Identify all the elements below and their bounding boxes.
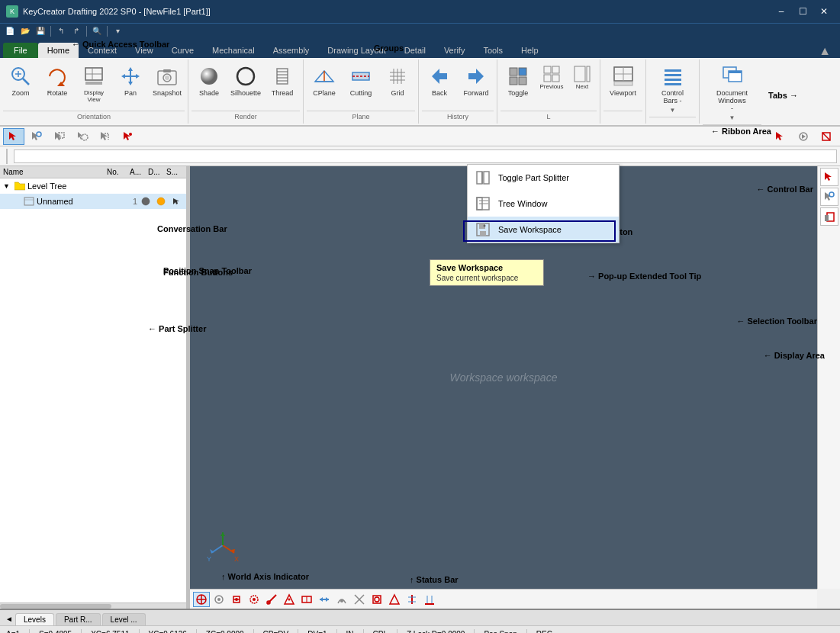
conversation-input[interactable] [14,149,837,163]
status-sep6 [298,629,298,634]
snap-btn-7[interactable] [298,592,315,607]
snap-btn-13[interactable] [404,592,420,607]
tab-tools[interactable]: Tools [474,43,512,58]
toggle-button[interactable]: Toggle [500,61,536,107]
qa-undo-button[interactable]: ↰ [54,25,68,37]
tab-mechanical[interactable]: Mechanical [203,43,264,58]
svg-rect-43 [552,75,559,82]
zoom-button[interactable]: Zoom [3,61,38,107]
tree-expand-icon[interactable]: ▼ [3,182,12,190]
snap-btn-3[interactable] [228,592,245,607]
svg-rect-44 [574,66,585,82]
dropdown-item-toggle-part-splitter[interactable]: Toggle Part Splitter [468,165,619,191]
tab-levels[interactable]: Levels [15,613,54,625]
next-button[interactable]: Next [568,63,597,92]
ctrl-rotate-select-button[interactable] [26,128,47,145]
tab-assembly[interactable]: Assembly [264,43,319,58]
sel-btn-2[interactable] [820,188,838,206]
snap-btn-9[interactable] [333,592,350,607]
qa-open-button[interactable]: 📂 [18,25,32,37]
snapshot-button[interactable]: Snapshot [150,61,185,107]
svg-marker-119 [825,215,829,221]
snap-btn-2[interactable] [211,592,227,607]
snap-btn-8[interactable] [316,592,333,607]
svg-marker-115 [825,172,832,181]
sel-btn-1[interactable] [820,168,838,186]
control-bars-button[interactable]: Control Bars - ▼ [655,61,690,117]
grid-icon [385,64,410,88]
tree-row-level-tree[interactable]: ▼ Level Tree [0,178,186,194]
scroll-thumb [0,604,111,609]
left-panel-scrollbar[interactable] [0,602,186,609]
sel-btn-3[interactable] [820,207,838,226]
tree-row-unnamed[interactable]: Unnamed 1 [0,194,186,209]
rotate-button[interactable]: Rotate [40,61,75,107]
snap-btn-14[interactable] [421,592,438,607]
svg-point-18 [237,68,254,85]
svg-point-74 [142,198,150,205]
ctrl-point-select-button[interactable] [117,128,139,145]
snap-btn-1[interactable] [193,592,210,607]
forward-button[interactable]: Forward [459,61,494,107]
minimize-button[interactable]: – [771,4,791,19]
tab-verify[interactable]: Verify [435,43,475,58]
render-buttons: Shade Silhouette Thread [191,61,300,111]
dropdown-item-tree-window[interactable]: Tree Window [468,191,619,217]
ctrl-right1-button[interactable] [770,128,791,145]
bottom-scroll-left-icon[interactable]: ◄ [3,612,15,625]
qa-new-button[interactable]: 📄 [3,25,17,37]
control-bars-icon [661,64,685,88]
tab-file[interactable]: File [3,43,38,58]
ctrl-fence-select-button[interactable] [95,128,116,145]
close-button[interactable]: ✕ [814,4,834,19]
snap-btn-12[interactable] [386,592,403,607]
tab-level[interactable]: Level ... [102,613,146,625]
history-buttons: Back Forward [422,61,494,111]
snap-btn-11[interactable] [369,592,385,607]
tab-part-r[interactable]: Part R... [56,613,101,625]
ctrl-right2-button[interactable] [793,128,814,145]
tab-help[interactable]: Help [512,43,548,58]
back-button[interactable]: Back [422,61,457,107]
qa-customize-button[interactable]: ▾ [111,25,124,37]
snap-btn-10[interactable] [351,592,368,607]
shade-button[interactable]: Shade [191,61,227,107]
cutting-button[interactable]: Cutting [343,61,378,107]
control-bars-group-label [649,117,696,128]
cplane-button[interactable]: CPlane [307,61,342,107]
qa-redo-button[interactable]: ↱ [69,25,83,37]
snap-btn-5[interactable] [263,592,280,607]
snapshot-label: Snapshot [153,90,182,98]
snap-btn-4[interactable] [246,592,262,607]
svg-line-95 [267,595,276,604]
svg-rect-129 [480,231,486,236]
tree-col-d: D... [148,168,165,176]
status-in: IN [343,630,357,633]
status-sep3 [139,629,140,634]
svg-marker-84 [220,532,225,536]
status-sep1 [29,629,30,634]
ctrl-right3-button[interactable] [816,128,837,145]
thread-button[interactable]: Thread [265,61,300,107]
ctrl-circle-select-button[interactable] [72,128,93,145]
svg-marker-34 [432,69,447,84]
annotation-display-area: ← Display Area [764,351,825,360]
zoom-icon [8,64,33,88]
control-bars-buttons: Control Bars - ▼ [655,61,690,117]
silhouette-button[interactable]: Silhouette [228,61,263,107]
maximize-button[interactable]: ☐ [793,4,813,19]
pan-button[interactable]: Pan [113,61,148,107]
document-windows-button[interactable]: Document Windows - ▼ [715,61,750,124]
qa-save-button[interactable]: 💾 [34,25,47,37]
ribbon-collapse-icon[interactable]: ▲ [819,44,837,58]
grid-button[interactable]: Grid [380,61,415,107]
previous-button[interactable]: Previous [537,63,566,92]
dropdown-item-save-workspace[interactable]: Save Workspace [468,217,619,243]
viewport-button[interactable]: Viewport [606,61,641,107]
display-view-button[interactable]: DisplayView [76,61,111,107]
ctrl-box-select-button[interactable] [49,128,70,145]
tree-dot-cursor [169,197,183,206]
qa-search-button[interactable]: 🔍 [90,25,104,37]
ctrl-select-button[interactable] [3,128,24,145]
snap-btn-6[interactable] [281,592,298,607]
